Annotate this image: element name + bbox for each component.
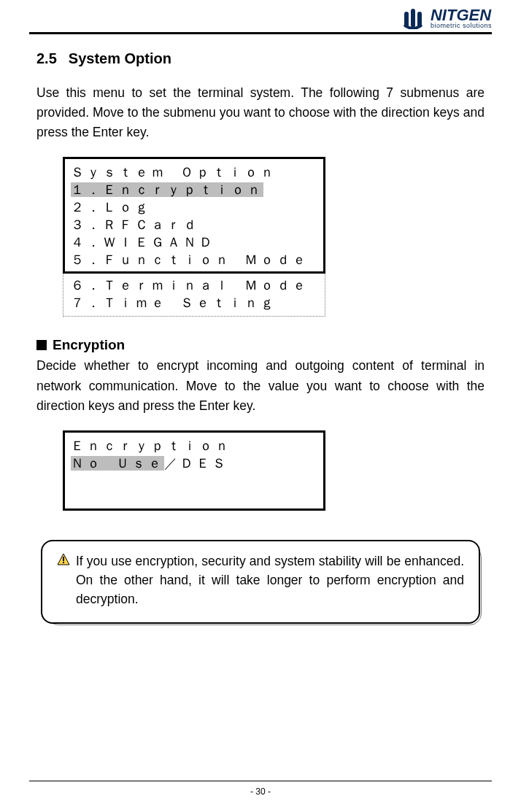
lcd-item-terminal-mode: ６．Ｔｅｒｍｉｎａｌ Ｍｏｄｅ xyxy=(71,277,317,294)
section-title: 2.5System Option xyxy=(36,50,485,67)
lcd-item-log: ２．Ｌｏｇ xyxy=(71,198,317,216)
page-number: - 30 - xyxy=(250,786,271,797)
section-number: 2.5 xyxy=(36,50,57,66)
lcd-menu-system-option: Ｓｙｓｔｅｍ Ｏｐｔｉｏｎ １．Ｅｎｃｒｙｐｔｉｏｎ ２．Ｌｏｇ ３．ＲＦＣａｒ… xyxy=(63,157,325,317)
brand-tagline: biometric solutions xyxy=(431,23,492,29)
notice-text: If you use encryption, security and syst… xyxy=(76,552,464,609)
square-bullet-icon xyxy=(36,340,47,350)
encryption-description: Decide whether to encrypt incoming and o… xyxy=(36,356,485,415)
svg-rect-4 xyxy=(63,557,64,561)
lcd-item-time-setting: ７．Ｔｉｍｅ Ｓｅｔｉｎｇ xyxy=(71,294,317,312)
warning-icon xyxy=(57,553,70,566)
subsection-heading: Encryption xyxy=(36,337,485,353)
lcd-menu-encryption: Ｅｎｃｒｙｐｔｉｏｎ Ｎｏ Ｕｓｅ／ＤＥＳ xyxy=(63,430,325,511)
lcd-encryption-options: Ｎｏ Ｕｓｅ／ＤＥＳ xyxy=(71,455,317,472)
brand-logo: NITGEN biometric solutions xyxy=(403,7,492,29)
page-footer: - 30 - xyxy=(0,781,521,797)
footer-rule xyxy=(29,781,492,781)
lcd-item-wiegand: ４．ＷＩＥＧＡＮＤ xyxy=(71,233,317,251)
notice-box: If you use encryption, security and syst… xyxy=(41,540,480,624)
lcd-item-rfcard: ３．ＲＦＣａｒｄ xyxy=(71,216,317,233)
svg-rect-5 xyxy=(63,562,64,563)
lcd-title: Ｓｙｓｔｅｍ Ｏｐｔｉｏｎ xyxy=(71,163,317,181)
lcd-item-encryption: １．Ｅｎｃｒｙｐｔｉｏｎ xyxy=(71,181,317,198)
brand-name: NITGEN xyxy=(431,7,492,23)
page-header: NITGEN biometric solutions xyxy=(29,7,492,31)
fingerprint-logo-icon xyxy=(403,7,428,29)
lcd-encryption-title: Ｅｎｃｒｙｐｔｉｏｎ xyxy=(71,437,317,455)
section-heading-text: System Option xyxy=(69,50,171,66)
svg-rect-1 xyxy=(411,9,415,28)
lcd-item-function-mode: ５．Ｆｕｎｃｔｉｏｎ Ｍｏｄｅ xyxy=(71,251,317,268)
subsection-title: Encryption xyxy=(53,337,125,353)
section-intro: Use this menu to set the terminal system… xyxy=(36,83,485,142)
